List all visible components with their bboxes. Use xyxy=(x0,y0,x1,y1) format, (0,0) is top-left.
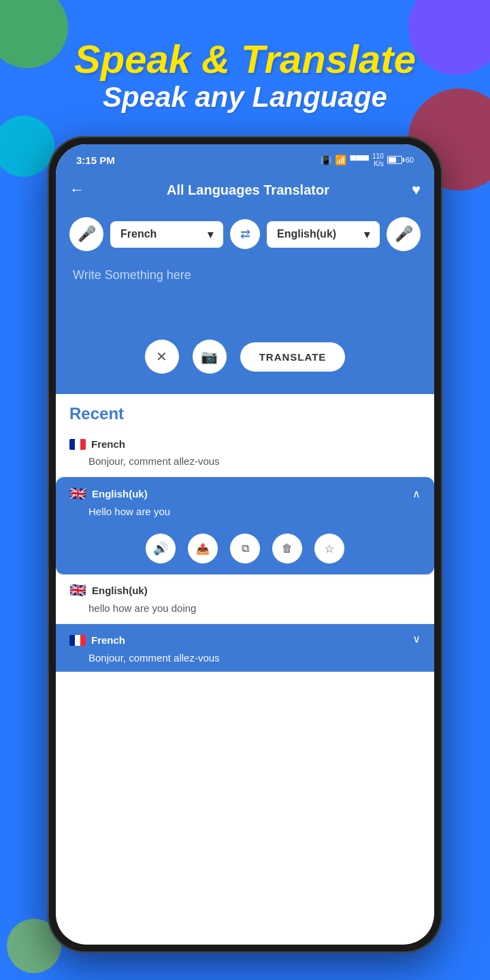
recent-item-4-language: French xyxy=(91,634,407,646)
recent-item-text: Bonjour, comment allez-vous xyxy=(56,453,434,476)
vibrate-icon: 📳 xyxy=(321,155,331,165)
target-language-label: English(uk) xyxy=(277,228,336,240)
volume-button[interactable]: 🔊 xyxy=(146,534,176,564)
target-chevron-icon: ▾ xyxy=(364,228,370,241)
camera-icon: 📷 xyxy=(201,348,218,365)
signal-icon: ▀▀▀ xyxy=(350,155,369,165)
translation-actions-row: 🔊 📤 ⧉ 🗑 ☆ xyxy=(56,525,434,574)
recent-item-expanded[interactable]: 🇬🇧 English(uk) ∧ Hello how are you 🔊 📤 xyxy=(56,477,434,575)
app-bar-title: All Languages Translator xyxy=(95,182,402,198)
recent-item-3-language: English(uk) xyxy=(92,585,421,596)
star-icon: ☆ xyxy=(325,542,334,555)
action-row: ✕ 📷 TRANSLATE xyxy=(69,329,421,380)
target-mic-button[interactable]: 🎤 xyxy=(387,217,421,251)
collapse-icon[interactable]: ∧ xyxy=(412,487,421,500)
camera-button[interactable]: 📷 xyxy=(193,340,227,374)
status-icons: 📳 📶 ▀▀▀ 110K/s 60 xyxy=(321,152,414,167)
source-mic-icon: 🎤 xyxy=(78,225,96,243)
recent-item-3-text: hello how are you doing xyxy=(56,600,434,623)
data-speed: 110K/s xyxy=(372,152,384,167)
clear-icon: ✕ xyxy=(156,348,167,365)
language-row: 🎤 French ▾ ⇄ English(uk) ▾ xyxy=(69,217,421,251)
recent-item-4-text: Bonjour, comment allez-vous xyxy=(56,649,434,672)
recent-item-4-header: French ∧ xyxy=(56,624,434,649)
recent-item-3-header: 🇬🇧 English(uk) xyxy=(56,575,434,600)
app-bar: ← All Languages Translator ♥ xyxy=(56,173,434,207)
recent-item-header: French xyxy=(56,430,434,453)
bg-circle-teal xyxy=(0,116,54,177)
delete-button[interactable]: 🗑 xyxy=(272,534,302,564)
favorite-button[interactable]: ☆ xyxy=(314,534,344,564)
header-text-block: Speak & Translate Speak any Language xyxy=(0,37,490,114)
app-subheadline: Speak any Language xyxy=(0,81,490,114)
wifi-icon: 📶 xyxy=(335,154,346,165)
phone-screen: 3:15 PM 📳 📶 ▀▀▀ 110K/s 60 ← All Language… xyxy=(56,144,434,945)
recent-item-3[interactable]: 🇬🇧 English(uk) hello how are you doing xyxy=(56,575,434,624)
favorite-button[interactable]: ♥ xyxy=(412,181,421,199)
target-language-select[interactable]: English(uk) ▾ xyxy=(267,221,380,248)
recent-title: Recent xyxy=(69,404,124,423)
phone-outer-shell: 3:15 PM 📳 📶 ▀▀▀ 110K/s 60 ← All Language… xyxy=(48,136,442,953)
swap-icon: ⇄ xyxy=(240,227,250,242)
translate-button[interactable]: TRANSLATE xyxy=(240,342,346,372)
input-placeholder-text: Write Something here xyxy=(73,268,191,282)
swap-languages-button[interactable]: ⇄ xyxy=(230,219,260,249)
recent-section: Recent French Bonjour, comment allez-vou… xyxy=(56,394,434,672)
expand-icon[interactable]: ∧ xyxy=(412,634,421,647)
recent-item-language: French xyxy=(91,438,421,450)
source-language-select[interactable]: French ▾ xyxy=(110,221,223,248)
recent-item-expanded-header: 🇬🇧 English(uk) ∧ xyxy=(56,477,434,503)
target-mic-icon: 🎤 xyxy=(395,225,413,243)
source-chevron-icon: ▾ xyxy=(208,228,213,241)
delete-icon: 🗑 xyxy=(282,542,293,555)
copy-button[interactable]: ⧉ xyxy=(230,534,260,564)
battery-icon xyxy=(387,156,402,164)
french-flag-icon-2 xyxy=(69,635,86,646)
copy-icon: ⧉ xyxy=(242,542,249,555)
status-time: 3:15 PM xyxy=(76,154,115,166)
french-flag-icon xyxy=(69,439,86,450)
recent-header: Recent xyxy=(56,394,434,430)
clear-button[interactable]: ✕ xyxy=(145,340,179,374)
phone-mockup: 3:15 PM 📳 📶 ▀▀▀ 110K/s 60 ← All Language… xyxy=(48,136,442,953)
volume-icon: 🔊 xyxy=(153,541,168,556)
share-icon: 📤 xyxy=(196,542,210,555)
uk-flag-icon-2: 🇬🇧 xyxy=(69,583,86,597)
source-mic-button[interactable]: 🎤 xyxy=(69,217,103,251)
status-bar: 3:15 PM 📳 📶 ▀▀▀ 110K/s 60 xyxy=(56,144,434,173)
translate-button-label: TRANSLATE xyxy=(259,351,327,363)
back-button[interactable]: ← xyxy=(69,181,84,199)
text-input-area[interactable]: Write Something here xyxy=(69,261,421,329)
source-language-label: French xyxy=(120,228,157,240)
app-headline: Speak & Translate xyxy=(0,37,490,81)
recent-item-expanded-language: English(uk) xyxy=(92,488,407,500)
battery-percent: 60 xyxy=(406,156,414,164)
recent-item-4[interactable]: French ∧ Bonjour, comment allez-vous xyxy=(56,624,434,672)
recent-item-expanded-text: Hello how are you xyxy=(56,503,434,525)
translator-area: 🎤 French ▾ ⇄ English(uk) ▾ xyxy=(56,207,434,394)
uk-flag-icon: 🇬🇧 xyxy=(69,487,86,500)
share-button[interactable]: 📤 xyxy=(188,534,218,564)
recent-item[interactable]: French Bonjour, comment allez-vous xyxy=(56,430,434,477)
